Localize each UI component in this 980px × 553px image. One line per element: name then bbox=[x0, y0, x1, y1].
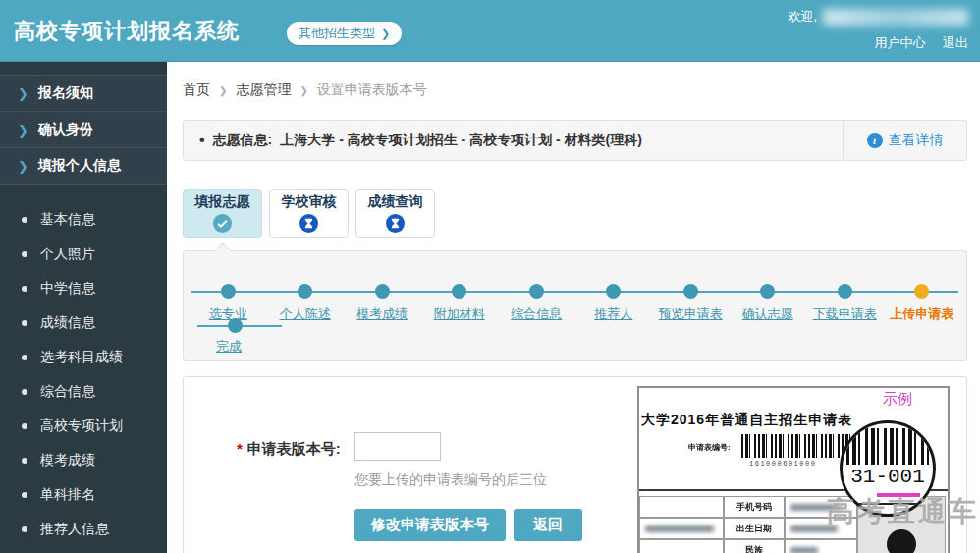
sidebar-item-label: 综合信息 bbox=[40, 383, 95, 401]
bullet-icon bbox=[22, 389, 27, 395]
step-label[interactable]: 综合信息 bbox=[511, 305, 562, 323]
logout-link[interactable]: 退出 bbox=[943, 35, 968, 50]
progress-steps-panel: 选专业 个人陈述 模考成绩 附加材料 综合信息 推荐人 预览申请表 确认志愿 下… bbox=[183, 250, 967, 361]
step-recommender[interactable]: 推荐人 bbox=[575, 284, 653, 323]
step-confirm-volunteer[interactable]: 确认志愿 bbox=[730, 284, 807, 323]
modify-version-button[interactable]: 修改申请表版本号 bbox=[354, 509, 506, 541]
sidebar-sub-section: 基本信息 个人照片 中学信息 成绩信息 选考科目成绩 综合信息 高校专项计划 模… bbox=[0, 185, 167, 546]
breadcrumb: 首页 ❯ 志愿管理 ❯ 设置申请表版本号 bbox=[183, 82, 427, 99]
bullet-icon bbox=[22, 423, 27, 429]
step-label[interactable]: 附加材料 bbox=[434, 305, 485, 323]
sidebar-item-special-plan[interactable]: 高校专项计划 bbox=[0, 409, 167, 443]
step-choose-major[interactable]: 选专业 bbox=[190, 284, 267, 323]
page-title: 高校专项计划报名系统 bbox=[14, 17, 240, 46]
sidebar-item-label: 高校专项计划 bbox=[40, 417, 123, 435]
step-personal-statement[interactable]: 个人陈述 bbox=[267, 284, 345, 323]
step-label[interactable]: 下载申请表 bbox=[813, 305, 877, 323]
tab-score-query[interactable]: 成绩查询 bbox=[355, 189, 435, 238]
sidebar-item-mock-scores[interactable]: 模考成绩 bbox=[0, 443, 167, 477]
step-label[interactable]: 个人陈述 bbox=[280, 305, 331, 323]
step-additional-materials[interactable]: 附加材料 bbox=[421, 284, 499, 323]
step-label[interactable]: 模考成绩 bbox=[356, 305, 408, 323]
step-upload-form-active[interactable]: 上传申请表 bbox=[884, 284, 961, 323]
breadcrumb-volunteer-management[interactable]: 志愿管理 bbox=[236, 82, 291, 99]
sidebar-item-photo[interactable]: 个人照片 bbox=[0, 237, 167, 271]
step-label[interactable]: 选专业 bbox=[209, 305, 247, 323]
sidebar-item-score-info[interactable]: 成绩信息 bbox=[0, 305, 167, 340]
sidebar-item-label: 基本信息 bbox=[40, 211, 95, 229]
step-dot bbox=[683, 284, 698, 299]
sidebar-item-elective-scores[interactable]: 选考科目成绩 bbox=[0, 340, 167, 374]
magnified-code: 31-001 bbox=[843, 466, 933, 488]
field-label-text: 申请表版本号: bbox=[247, 440, 341, 457]
sidebar-item-label: 填报个人信息 bbox=[38, 157, 121, 175]
sidebar-item-basic-info[interactable]: 基本信息 bbox=[0, 202, 167, 237]
sidebar-item-label: 个人照片 bbox=[40, 246, 95, 263]
step-dot bbox=[452, 284, 466, 299]
example-badge: 示例 bbox=[883, 390, 912, 409]
tab-school-review[interactable]: 学校审核 bbox=[269, 189, 349, 238]
bullet-icon bbox=[22, 492, 27, 498]
user-center-link[interactable]: 用户中心 bbox=[874, 35, 925, 50]
table-cell-redacted bbox=[785, 539, 857, 553]
step-preview-form[interactable]: 预览申请表 bbox=[652, 284, 730, 323]
sidebar-main-section: ❯ 报名须知 ❯ 确认身份 ❯ 填报个人信息 bbox=[0, 75, 167, 185]
sidebar-item-subject-rank[interactable]: 单科排名 bbox=[0, 477, 167, 512]
main-content: 首页 ❯ 志愿管理 ❯ 设置申请表版本号 • 志愿信息: 上海大学 - 高校专项… bbox=[167, 62, 980, 553]
step-comprehensive-info[interactable]: 综合信息 bbox=[498, 284, 575, 323]
info-circle-icon: i bbox=[867, 133, 883, 148]
tab-label: 填报志愿 bbox=[195, 194, 250, 211]
sidebar-item-label: 报名须知 bbox=[38, 84, 93, 102]
view-details-button[interactable]: i 查看详情 bbox=[843, 121, 966, 160]
step-label[interactable]: 预览申请表 bbox=[659, 305, 723, 323]
volunteer-info-label: 志愿信息: bbox=[213, 132, 273, 149]
version-hint: 您要上传的申请表编号的后三位 bbox=[354, 471, 547, 489]
step-dot bbox=[298, 284, 312, 299]
sidebar-item-school-info[interactable]: 中学信息 bbox=[0, 271, 167, 305]
step-complete[interactable]: 完成 bbox=[216, 338, 242, 356]
chevron-right-icon: ❯ bbox=[18, 159, 28, 174]
sidebar-item-label: 模考成绩 bbox=[40, 452, 95, 470]
bullet-icon bbox=[22, 251, 27, 257]
step-mock-scores[interactable]: 模考成绩 bbox=[344, 284, 421, 323]
sidebar-item-comprehensive-info[interactable]: 综合信息 bbox=[0, 374, 167, 409]
bullet-icon bbox=[22, 217, 27, 223]
bullet-icon bbox=[22, 526, 27, 532]
version-input[interactable] bbox=[354, 432, 441, 461]
sidebar: ❯ 报名须知 ❯ 确认身份 ❯ 填报个人信息 基本信息 个人照片 中学信息 成绩… bbox=[0, 62, 167, 553]
bullet-icon bbox=[22, 286, 27, 292]
status-tabs: 填报志愿 学校审核 成绩查询 bbox=[183, 189, 435, 238]
sidebar-item-label: 单科排名 bbox=[40, 486, 95, 504]
other-enrollment-type-button[interactable]: 其他招生类型 ❯ bbox=[287, 22, 402, 45]
step-label[interactable]: 确认志愿 bbox=[742, 305, 793, 323]
welcome-text: 欢迎, bbox=[788, 8, 817, 26]
table-cell-redacted bbox=[639, 518, 724, 539]
user-area: 欢迎, 用户中心 退出 bbox=[788, 8, 968, 52]
breadcrumb-home[interactable]: 首页 bbox=[183, 82, 210, 99]
step-dot-active bbox=[914, 284, 929, 299]
barcode-number: 161000601000 bbox=[749, 460, 816, 468]
table-cell-label: 手机号码 bbox=[724, 496, 785, 518]
chevron-right-icon: ❯ bbox=[18, 86, 28, 101]
sidebar-item-personal-info[interactable]: ❯ 填报个人信息 bbox=[0, 148, 167, 185]
sidebar-item-identity[interactable]: ❯ 确认身份 bbox=[0, 112, 167, 148]
back-button[interactable]: 返回 bbox=[514, 509, 582, 541]
table-cell bbox=[639, 496, 724, 518]
bullet-icon bbox=[22, 458, 27, 464]
volunteer-info-bar: • 志愿信息: 上海大学 - 高校专项计划招生 - 高校专项计划 - 材料类(理… bbox=[183, 120, 967, 161]
step-label-active[interactable]: 上传申请表 bbox=[890, 305, 953, 323]
tab-label: 成绩查询 bbox=[368, 194, 423, 211]
bullet-icon: • bbox=[199, 133, 205, 148]
sidebar-item-notice[interactable]: ❯ 报名须知 bbox=[0, 76, 167, 112]
view-details-label: 查看详情 bbox=[889, 132, 944, 149]
step-dot bbox=[606, 284, 621, 299]
hourglass-circle-icon bbox=[299, 214, 318, 233]
step-download-form[interactable]: 下载申请表 bbox=[806, 284, 884, 323]
version-form-panel: *申请表版本号: 您要上传的申请表编号的后三位 修改申请表版本号 返回 示例 大… bbox=[183, 376, 967, 553]
sidebar-item-recommender-info[interactable]: 推荐人信息 bbox=[0, 512, 167, 546]
magnified-barcode bbox=[846, 428, 929, 465]
tab-fill-volunteer[interactable]: 填报志愿 bbox=[183, 189, 262, 238]
chevron-right-icon: ❯ bbox=[18, 123, 28, 138]
step-label[interactable]: 推荐人 bbox=[594, 305, 632, 323]
step-dot bbox=[529, 284, 544, 299]
